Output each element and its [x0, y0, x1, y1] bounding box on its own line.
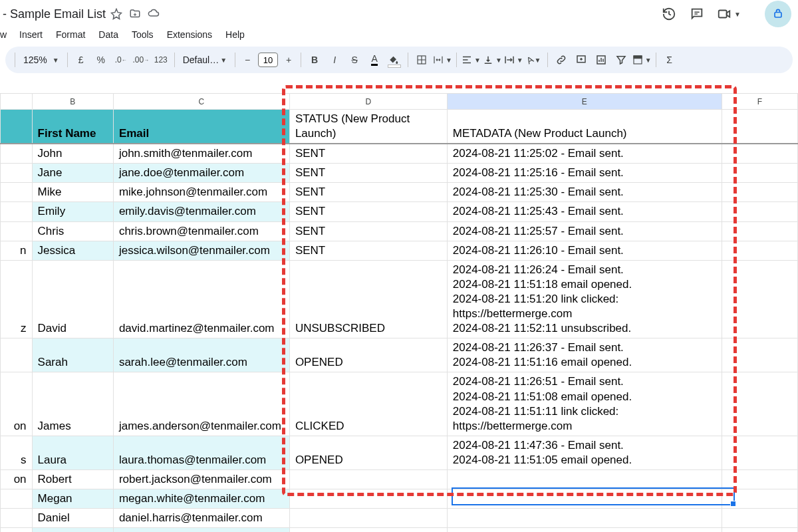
- cell-email[interactable]: jessica.wilson@tenmailer.com: [113, 241, 289, 260]
- cell-metadata[interactable]: [447, 469, 722, 489]
- cell-metadata[interactable]: 2024-08-21 11:26:37 - Email sent. 2024-0…: [447, 338, 722, 372]
- wrap-button[interactable]: ▼: [503, 51, 523, 69]
- currency-pound-button[interactable]: £: [72, 51, 90, 69]
- table-row[interactable]: Johnjohn.smith@tenmailer.comSENT2024-08-…: [1, 144, 798, 164]
- comment-icon[interactable]: [689, 6, 705, 22]
- cell-first-name[interactable]: Megan: [32, 489, 113, 509]
- cell-lastname-fragment[interactable]: on: [1, 469, 33, 489]
- cell-metadata[interactable]: 2024-08-21 11:26:10 - Email sent.: [447, 241, 722, 260]
- insert-comment-button[interactable]: [572, 51, 591, 69]
- history-icon[interactable]: [661, 6, 677, 22]
- table-row[interactable]: onJamesjames.anderson@tenmailer.comCLICK…: [1, 372, 798, 436]
- cell-empty[interactable]: [722, 183, 797, 202]
- cell-status[interactable]: [289, 509, 447, 528]
- cell-email[interactable]: laura.thomas@tenmailer.com: [113, 436, 289, 469]
- rotate-button[interactable]: A▼: [525, 51, 543, 69]
- table-row[interactable]: nJessicajessica.wilson@tenmailer.comSENT…: [1, 241, 798, 260]
- cell-first-name[interactable]: Sarah: [32, 338, 113, 372]
- cell-metadata[interactable]: 2024-08-21 11:25:30 - Email sent.: [447, 183, 722, 202]
- cell-empty[interactable]: [722, 469, 797, 489]
- col-header-c[interactable]: C: [113, 94, 289, 110]
- italic-button[interactable]: I: [325, 51, 344, 69]
- cell-empty[interactable]: [722, 144, 797, 164]
- cell-email[interactable]: chris.brown@tenmailer.com: [113, 221, 289, 241]
- cell-empty[interactable]: [722, 528, 797, 532]
- cell-lastname-fragment[interactable]: n: [1, 241, 33, 260]
- filter-button[interactable]: [612, 51, 630, 69]
- header-row[interactable]: First Name Email STATUS (New Product Lau…: [1, 110, 798, 144]
- menu-help[interactable]: Help: [219, 27, 251, 43]
- cell-status[interactable]: OPENED: [289, 436, 447, 469]
- cell-metadata[interactable]: 2024-08-21 11:25:16 - Email sent.: [447, 164, 722, 183]
- table-row[interactable]: Janejane.doe@tenmailer.comSENT2024-08-21…: [1, 164, 798, 183]
- cell-email[interactable]: david.martinez@tenmailer.com: [113, 260, 289, 338]
- cell-first-name[interactable]: Robert: [32, 469, 113, 489]
- cell-metadata[interactable]: 2024-08-21 11:25:43 - Email sent.: [447, 202, 722, 221]
- star-icon[interactable]: [110, 7, 123, 21]
- spreadsheet-grid[interactable]: B C D E F First Name Email STATUS (New P…: [0, 93, 798, 532]
- cell-empty[interactable]: [722, 241, 797, 260]
- table-row[interactable]: Danieldaniel.harris@tenmailer.com: [1, 509, 798, 528]
- text-color-button[interactable]: A: [365, 51, 384, 69]
- cell-lastname-fragment[interactable]: [1, 338, 33, 372]
- cell-metadata[interactable]: [447, 489, 722, 509]
- font-size-input[interactable]: [258, 53, 278, 67]
- table-row[interactable]: Chrischris.brown@tenmailer.comSENT2024-0…: [1, 221, 798, 241]
- cell-empty[interactable]: [722, 260, 797, 338]
- cell-status[interactable]: [289, 489, 447, 509]
- cell-status[interactable]: SENT: [289, 241, 447, 260]
- cell-metadata[interactable]: [447, 509, 722, 528]
- increase-decimal-button[interactable]: .00→: [132, 51, 150, 69]
- cell-email[interactable]: emily.davis@tenmailer.com: [113, 202, 289, 221]
- menu-view[interactable]: w: [0, 27, 12, 43]
- cell-metadata[interactable]: 2024-08-21 11:25:57 - Email sent.: [447, 221, 722, 241]
- cell-email[interactable]: daniel.harris@tenmailer.com: [113, 509, 289, 528]
- cell-lastname-fragment[interactable]: z: [1, 260, 33, 338]
- cell-empty[interactable]: [722, 202, 797, 221]
- cell-first-name[interactable]: Jessica: [32, 241, 113, 260]
- functions-button[interactable]: Σ: [660, 51, 679, 69]
- cell-lastname-fragment[interactable]: [1, 509, 33, 528]
- v-align-button[interactable]: ▼: [482, 51, 502, 69]
- menu-tools[interactable]: Tools: [126, 27, 160, 43]
- table-row[interactable]: Meganmegan.white@tenmailer.com: [1, 489, 798, 509]
- cell-lastname-fragment[interactable]: [1, 221, 33, 241]
- cell-lastname-fragment[interactable]: s: [1, 436, 33, 469]
- decrease-font-button[interactable]: −: [239, 51, 255, 69]
- bold-button[interactable]: B: [305, 51, 324, 69]
- cell-email[interactable]: sarah.lee@tenmailer.com: [113, 338, 289, 372]
- account-avatar[interactable]: [765, 1, 791, 27]
- meet-button[interactable]: ▼: [717, 7, 741, 21]
- cell-status[interactable]: SENT: [289, 221, 447, 241]
- table-row[interactable]: Sarahsarah.lee@tenmailer.comOPENED2024-0…: [1, 338, 798, 372]
- table-row[interactable]: Emilyemily.davis@tenmailer.comSENT2024-0…: [1, 202, 798, 221]
- menu-data[interactable]: Data: [92, 27, 124, 43]
- cell-empty[interactable]: [722, 338, 797, 372]
- link-button[interactable]: [552, 51, 571, 69]
- fill-color-button[interactable]: [385, 51, 404, 69]
- cell-empty[interactable]: [722, 221, 797, 241]
- cell-metadata[interactable]: 2024-08-21 11:26:51 - Email sent. 2024-0…: [447, 372, 722, 436]
- cell-metadata[interactable]: 2024-08-21 11:25:02 - Email sent.: [447, 144, 722, 164]
- cell-status[interactable]: UNSUBSCRIBED: [289, 260, 447, 338]
- strikethrough-button[interactable]: S: [345, 51, 364, 69]
- cell-lastname-fragment[interactable]: [1, 202, 33, 221]
- cell-metadata[interactable]: [447, 528, 722, 532]
- cell-first-name[interactable]: Daniel: [32, 509, 113, 528]
- col-header-d[interactable]: D: [289, 94, 447, 110]
- col-header-e[interactable]: E: [447, 94, 722, 110]
- cell-email[interactable]: megan.white@tenmailer.com: [113, 489, 289, 509]
- cell-empty[interactable]: [722, 372, 797, 436]
- col-header-f[interactable]: F: [722, 94, 797, 110]
- column-headers[interactable]: B C D E F: [1, 94, 798, 110]
- table-row[interactable]: Ashleyashley.clark@tenmailer.com: [1, 528, 798, 532]
- menu-extensions[interactable]: Extensions: [161, 27, 218, 43]
- cell-lastname-fragment[interactable]: [1, 183, 33, 202]
- cell-email[interactable]: james.anderson@tenmailer.com: [113, 372, 289, 436]
- insert-chart-button[interactable]: [592, 51, 610, 69]
- filter-views-button[interactable]: ▼: [632, 51, 652, 69]
- merge-cells-button[interactable]: ▼: [432, 51, 452, 69]
- cell-first-name[interactable]: James: [32, 372, 113, 436]
- menu-insert[interactable]: Insert: [13, 27, 49, 43]
- font-selector[interactable]: Defaul…▼: [179, 55, 231, 65]
